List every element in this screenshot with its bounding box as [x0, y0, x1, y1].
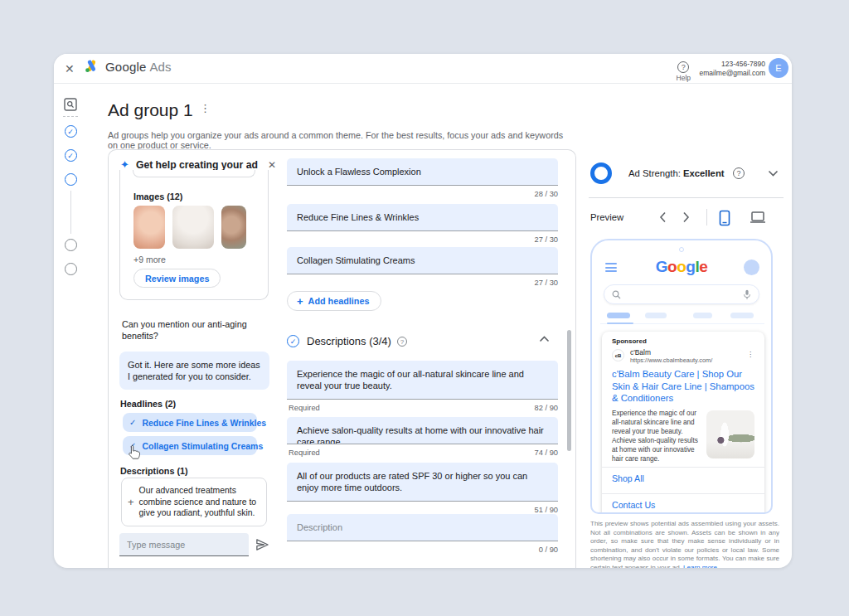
- headline-suggestion-chip[interactable]: ✓ Reduce Fine Lines & Wrinkles: [123, 413, 257, 432]
- ad-strength-chevron-down-icon[interactable]: [768, 170, 779, 177]
- learn-more-link[interactable]: Learn more: [683, 564, 717, 568]
- ad-preview-card: Sponsored cB c'Balm https://www.cbalmbea…: [602, 332, 764, 514]
- page-title-kebab-icon[interactable]: ⋮: [200, 102, 211, 114]
- step-5-todo[interactable]: [61, 263, 80, 275]
- page-title: Ad group 1: [108, 100, 193, 120]
- headline-3-counter: 27 / 30: [287, 279, 558, 287]
- desktop-preview-icon[interactable]: [750, 211, 766, 224]
- help-label: Help: [677, 74, 691, 82]
- ad-strength-help-icon[interactable]: ?: [733, 167, 745, 179]
- more-images-label: +9 more: [133, 255, 166, 264]
- image-thumbnail[interactable]: [133, 206, 165, 249]
- help-button[interactable]: ? Help: [677, 58, 691, 82]
- image-thumbnail[interactable]: [172, 206, 214, 249]
- ad-body-row: Experience the magic of our all-natural …: [612, 409, 754, 462]
- step-3-current[interactable]: [61, 173, 80, 186]
- ad-strength-label: Ad Strength: Excellent: [628, 168, 725, 178]
- mobile-preview-icon[interactable]: [719, 210, 730, 226]
- brand: Google Ads: [84, 59, 171, 74]
- sitelink-contact-us[interactable]: Contact Us: [612, 494, 754, 515]
- send-icon[interactable]: [255, 538, 269, 551]
- step-2-complete[interactable]: ✓: [61, 149, 80, 162]
- ai-assistant-panel: ✦ Get help creating your ad ✕ Images (12…: [109, 150, 284, 568]
- preview-next-chevron-icon[interactable]: [682, 211, 690, 223]
- description-suggestion-chip[interactable]: + Our advanced treatments combine scienc…: [121, 478, 267, 526]
- ad-headline-link[interactable]: c'Balm Beauty Care | Shop Our Skin & Hai…: [612, 368, 754, 405]
- step-1-complete[interactable]: ✓: [61, 125, 80, 138]
- images-count-label: Images (12): [133, 192, 182, 201]
- avatar[interactable]: E: [769, 58, 788, 78]
- close-icon[interactable]: ✕: [65, 61, 75, 76]
- form-scrollbar[interactable]: [567, 330, 571, 451]
- page-subtitle: Ad groups help you organize your ads aro…: [108, 130, 572, 150]
- assistant-title: Get help creating your ad: [136, 159, 268, 171]
- help-icon: ?: [677, 61, 689, 73]
- chat-input-row: [119, 533, 274, 556]
- google-ads-window: ✕ Google Ads ? Help 123-456-7890 emailme…: [54, 54, 792, 568]
- add-headlines-button[interactable]: + Add headlines: [287, 291, 381, 311]
- ad-kebab-icon[interactable]: ⋮: [747, 351, 754, 358]
- preview-disclaimer: This preview shows potential ads assembl…: [590, 520, 779, 568]
- account-email: emailme@gmail.com: [700, 69, 765, 78]
- stepper-connector: [70, 191, 71, 234]
- advertiser-url: https://www.cbalmbeauty.com/: [630, 357, 712, 364]
- brand-name: Google: [105, 60, 147, 74]
- scrolled-card-fragment: [133, 170, 255, 177]
- assistant-close-icon[interactable]: ✕: [268, 159, 276, 171]
- ad-description-text: Experience the magic of our all-natural …: [612, 409, 705, 463]
- headline-input-1[interactable]: Unlock a Flawless Complexion: [287, 158, 558, 186]
- descriptions-header-label: Descriptions (3/4): [307, 335, 391, 347]
- account-phone: 123-456-7890: [700, 60, 765, 69]
- review-search-icon[interactable]: [61, 98, 80, 111]
- sponsored-label: Sponsored: [612, 337, 754, 345]
- preview-prev-chevron-icon[interactable]: [659, 211, 667, 223]
- brand-suffix: Ads: [150, 60, 172, 74]
- advertiser-favicon: cB: [612, 349, 624, 361]
- tab-pill: [730, 313, 754, 318]
- description-input-1[interactable]: Experience the magic of our all-natural …: [287, 361, 558, 400]
- description-input-2[interactable]: Achieve salon-quality results at home wi…: [287, 417, 558, 444]
- toolbar-divider: [706, 209, 707, 226]
- microphone-icon: [743, 289, 751, 300]
- ad-strength-ring-icon: [590, 162, 612, 184]
- ad-strength-row: Ad Strength: Excellent ?: [590, 162, 781, 186]
- headline-input-3[interactable]: Collagen Stimulating Creams: [287, 247, 558, 274]
- panel-divider: [589, 197, 784, 198]
- step-4-todo[interactable]: [61, 239, 80, 251]
- headline-suggestion-chip[interactable]: ✓ Collagen Stimulating Creams: [123, 436, 257, 455]
- phone-avatar: [744, 259, 759, 275]
- descriptions-section-header: ✓ Descriptions (3/4) ?: [287, 334, 558, 351]
- user-chat-message: Can you mention our anti-aging benefits?: [122, 318, 263, 342]
- descriptions-help-icon[interactable]: ?: [397, 337, 407, 347]
- collapse-chevron-up-icon[interactable]: [539, 336, 550, 342]
- preview-toolbar: Preview: [590, 209, 783, 227]
- suggested-descriptions-label: Descriptions (1): [120, 466, 188, 476]
- phone-top-bar: Google: [592, 258, 771, 278]
- headline-input-2[interactable]: Reduce Fine Lines & Wrinkles: [287, 204, 558, 231]
- description-1-counter: 82 / 90: [287, 404, 558, 412]
- stepper-rail: ✓ ✓: [61, 84, 80, 275]
- suggested-headlines-label: Headlines (2): [120, 399, 176, 409]
- phone-search-bar: [604, 284, 759, 304]
- assistant-chat-message: Got it. Here are some more ideas I gener…: [119, 352, 269, 390]
- google-ads-logo-icon: [84, 59, 99, 74]
- image-thumbnails: [133, 206, 246, 249]
- advertiser-row: cB c'Balm https://www.cbalmbeauty.com/ ⋮: [612, 349, 754, 363]
- description-input-3[interactable]: All of our products are rated SPF 30 or …: [287, 463, 558, 502]
- description-input-4[interactable]: [287, 514, 558, 541]
- description-2-counter: 74 / 90: [287, 449, 558, 457]
- sitelink-shop-all[interactable]: Shop All: [612, 468, 754, 488]
- preview-label: Preview: [590, 212, 623, 222]
- phone-camera-dot: [679, 247, 684, 252]
- plus-icon: +: [297, 295, 303, 308]
- sparkle-icon: ✦: [120, 158, 129, 171]
- tab-pill: [645, 313, 667, 318]
- chat-message-input[interactable]: [119, 533, 249, 556]
- section-complete-icon: ✓: [287, 335, 299, 347]
- account-contact: 123-456-7890 emailme@gmail.com: [700, 60, 765, 78]
- plus-icon: +: [128, 496, 134, 508]
- tab-pill: [693, 313, 712, 318]
- review-images-button[interactable]: Review images: [133, 269, 221, 288]
- search-icon: [612, 290, 621, 299]
- image-thumbnail[interactable]: [221, 206, 246, 249]
